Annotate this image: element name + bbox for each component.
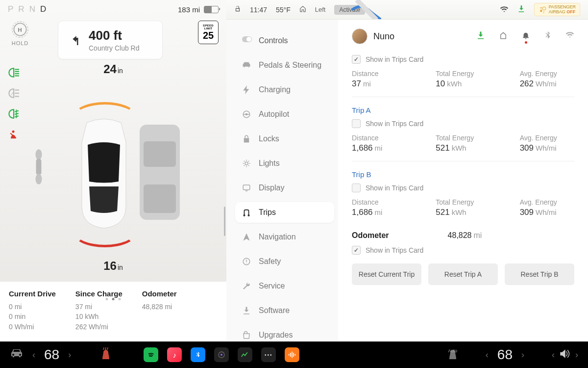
adjacent-vehicle	[136, 121, 184, 224]
outside-temp: 55°F	[276, 6, 291, 14]
wrench-icon	[242, 282, 251, 290]
page-indicator[interactable]	[106, 298, 121, 300]
temp-down-right[interactable]: ‹	[486, 350, 489, 360]
reset-tripb-button[interactable]: Reset Trip B	[505, 263, 574, 285]
bag-icon	[242, 331, 251, 340]
svg-point-17	[35, 149, 42, 160]
front-proximity: 24in	[103, 62, 123, 76]
svg-rect-39	[294, 353, 294, 357]
svg-rect-40	[295, 354, 296, 355]
nav-label: Navigation	[259, 233, 296, 241]
svg-point-30	[244, 215, 245, 216]
temp-up-left[interactable]: ›	[68, 350, 71, 360]
energy-app-icon[interactable]	[238, 347, 252, 362]
bolt-icon	[242, 85, 251, 94]
svg-text:H: H	[18, 26, 22, 33]
nav-item-software[interactable]: Software	[235, 300, 334, 321]
driver-temp[interactable]: 68	[44, 347, 59, 363]
gear-selector: P R N D	[8, 4, 46, 14]
ego-vehicle	[77, 118, 131, 231]
nav-label: Safety	[259, 257, 281, 266]
svg-rect-18	[36, 158, 42, 175]
show-tripa-checkbox[interactable]: Show in Trips Card	[352, 119, 574, 128]
volume-down[interactable]: ‹	[552, 350, 555, 360]
driving-visualization-panel: P R N D 183 mi H HOLD	[0, 0, 226, 342]
more-apps-icon[interactable]: •••	[261, 347, 276, 362]
nav-label: Service	[259, 282, 285, 290]
nav-item-display[interactable]: Display	[235, 178, 334, 198]
nav-item-controls[interactable]: Controls	[235, 30, 334, 51]
nav-label: Upgrades	[259, 331, 293, 340]
nav-item-safety[interactable]: Safety	[235, 251, 334, 272]
alert-icon	[242, 257, 251, 266]
svg-rect-29	[243, 185, 250, 190]
car-settings-icon[interactable]	[10, 348, 24, 361]
apple-music-icon[interactable]: ♪	[167, 347, 182, 362]
avatar[interactable]	[352, 28, 368, 44]
hold-indicator: H HOLD	[8, 21, 32, 46]
nav-label: Charging	[259, 85, 291, 94]
nav-item-trips[interactable]: Trips	[235, 202, 334, 223]
svg-text:2: 2	[543, 11, 544, 13]
wifi-icon[interactable]	[565, 31, 574, 42]
settings-navigation: ControlsPedals & SteeringChargingAutopil…	[226, 20, 338, 342]
trip-summary-bar[interactable]: Current Drive 0 mi 0 min 0 Wh/mi Since C…	[0, 282, 226, 342]
nav-label: Display	[259, 184, 284, 192]
nav-item-pedals[interactable]: Pedals & Steering	[235, 55, 334, 76]
download-icon[interactable]	[476, 31, 485, 42]
dashcam-app-icon[interactable]	[214, 347, 229, 362]
display-icon	[242, 184, 251, 192]
nav-item-navigation[interactable]: Navigation	[235, 227, 334, 247]
reset-current-button[interactable]: Reset Current Trip	[352, 263, 421, 285]
passenger-temp[interactable]: 68	[497, 347, 513, 363]
nav-label: Trips	[259, 208, 276, 217]
scroll-indicator	[224, 207, 225, 236]
navigation-turn-card[interactable]: 400 ft Country Club Rd	[58, 21, 163, 59]
motorcycle-icon	[30, 148, 48, 185]
svg-point-19	[35, 174, 42, 184]
seat-heater-left-icon[interactable]	[100, 347, 111, 362]
nav-item-service[interactable]: Service	[235, 276, 334, 296]
bluetooth-app-icon[interactable]	[191, 347, 205, 362]
pointer-icon	[242, 233, 251, 241]
nav-item-lights[interactable]: Lights	[235, 153, 334, 174]
nav-item-locks[interactable]: Locks	[235, 129, 334, 149]
nav-item-charging[interactable]: Charging	[235, 79, 334, 100]
tunein-app-icon[interactable]	[285, 347, 299, 362]
spotify-app-icon[interactable]	[144, 347, 158, 362]
airbag-warning: 2 PASSENGERAIRBAG OFF	[534, 3, 580, 17]
volume-up[interactable]: ›	[575, 350, 578, 360]
nav-label: Lights	[259, 159, 280, 168]
home-icon	[299, 5, 306, 14]
nav-label: Software	[259, 306, 290, 315]
notification-icon[interactable]	[521, 31, 530, 42]
bluetooth-icon[interactable]	[544, 31, 552, 42]
show-tripb-checkbox[interactable]: Show in Trips Card	[352, 184, 574, 192]
trips-settings-content: Nuno Show in Trips Card	[338, 20, 588, 342]
speed-limit-sign: SPEED LIMIT 25	[198, 21, 219, 44]
profile-name[interactable]: Nuno	[373, 31, 470, 42]
svg-point-28	[245, 162, 248, 165]
svg-rect-37	[290, 353, 291, 357]
temp-up-right[interactable]: ›	[521, 350, 524, 360]
route-icon	[242, 208, 251, 217]
show-odometer-checkbox[interactable]: Show in Trips Card	[352, 246, 574, 255]
toggle-icon	[242, 36, 251, 45]
clock-value: 11:47	[250, 6, 267, 14]
seat-heater-right-icon[interactable]: Auto	[447, 347, 458, 362]
unlock-icon	[234, 5, 241, 14]
nav-item-autopilot[interactable]: Autopilot	[235, 104, 334, 125]
battery-icon	[204, 6, 219, 13]
reset-tripa-button[interactable]: Reset Trip A	[428, 263, 498, 285]
vehicle-visualization	[49, 106, 177, 243]
range-value: 183 mi	[178, 5, 200, 14]
svg-rect-21	[144, 141, 176, 167]
svg-point-23	[540, 7, 542, 8]
homelink-icon[interactable]	[499, 31, 508, 42]
nav-label: Pedals & Steering	[259, 61, 321, 70]
volume-icon[interactable]	[560, 349, 570, 360]
show-current-checkbox[interactable]: Show in Trips Card	[352, 55, 574, 64]
temp-down-left[interactable]: ‹	[32, 350, 35, 360]
wifi-icon	[500, 5, 509, 14]
svg-rect-38	[292, 352, 293, 358]
